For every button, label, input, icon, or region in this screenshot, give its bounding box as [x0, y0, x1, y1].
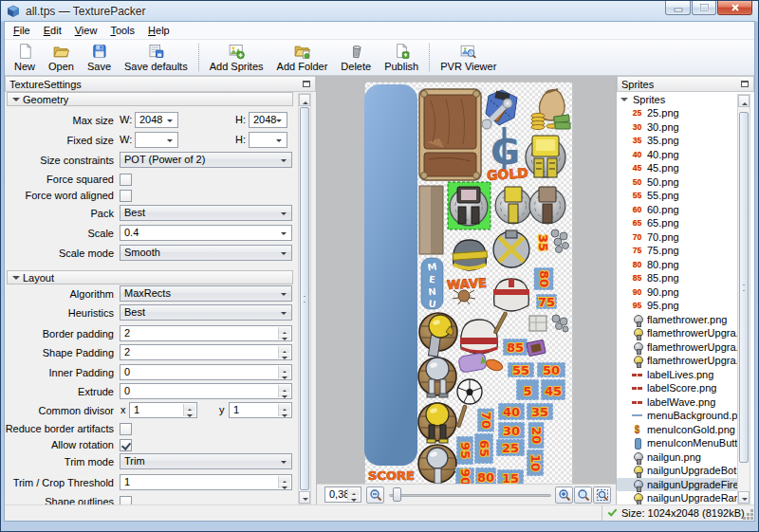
force-squared-checkbox[interactable] [120, 174, 132, 186]
common-divisor-x-spinner[interactable]: 1 [129, 402, 197, 418]
list-item[interactable]: 7070.png [617, 230, 737, 245]
list-item[interactable]: nailgunUpgradeRan... [617, 491, 737, 504]
trim-threshold-spinner[interactable]: 1 [120, 474, 292, 490]
sprite-turret[interactable] [529, 187, 565, 224]
sprite-number-tile[interactable]: 85 [503, 339, 528, 356]
new-button[interactable]: New [8, 41, 42, 74]
zoom-slider[interactable] [389, 494, 551, 497]
trim-mode-combo[interactable]: Trim [120, 453, 292, 469]
pack-combo[interactable]: Best [120, 205, 292, 221]
scroll-up-arrow[interactable] [738, 95, 750, 107]
list-item[interactable]: 2525.png [617, 106, 737, 120]
menu-tools[interactable]: Tools [103, 23, 141, 38]
settings-scrollbar[interactable] [298, 93, 311, 504]
sprite-number-tile[interactable]: 5 [516, 379, 539, 400]
sprites-tree-root[interactable]: Sprites [620, 94, 665, 105]
sprite-number-tile[interactable]: 70 [477, 409, 494, 432]
sprite-cannon[interactable] [418, 445, 456, 484]
heuristics-combo[interactable]: Best [120, 304, 292, 321]
algorithm-combo[interactable]: MaxRects [120, 285, 292, 302]
list-item[interactable]: flamethrowerUpgra... [617, 326, 737, 340]
sprite-number-tile[interactable]: 55 [508, 362, 534, 377]
scroll-down-arrow[interactable] [738, 491, 750, 504]
list-item[interactable]: 9090.png [617, 285, 737, 300]
geometry-section-header[interactable]: Geometry [7, 92, 293, 106]
menu-edit[interactable]: Edit [37, 23, 68, 38]
save-defaults-button[interactable]: Save defaults [118, 41, 194, 74]
shape-padding-spinner[interactable]: 2 [120, 344, 292, 360]
list-item[interactable]: 9595.png [617, 299, 737, 313]
zoom-in-button[interactable] [555, 486, 573, 504]
texture-preview-area[interactable]: G GOLD [317, 76, 616, 504]
allow-rotation-checkbox[interactable] [120, 439, 132, 451]
menu-file[interactable]: File [7, 23, 37, 38]
list-item[interactable]: labelScore.png [617, 381, 737, 395]
zoom-out-button[interactable] [366, 486, 384, 504]
sprite-number-tile[interactable]: 95 [456, 436, 473, 465]
zoom-slider-handle[interactable] [393, 487, 401, 502]
zoom-value-spinner[interactable]: 0,38 [324, 486, 361, 503]
open-button[interactable]: Open [42, 41, 81, 74]
list-item[interactable]: nailgun.png [617, 450, 737, 465]
scrollbar-thumb[interactable] [300, 107, 309, 490]
zoom-original-button[interactable] [574, 486, 592, 504]
scroll-up-arrow[interactable] [299, 94, 310, 106]
sprite-crate[interactable] [529, 316, 546, 331]
sprite-number-tile[interactable]: 25 [496, 439, 525, 456]
sprite-wave-label[interactable]: WAVE [447, 276, 488, 292]
sprite-gold-label[interactable]: GOLD [486, 165, 528, 183]
list-item[interactable]: $menuIconGold.png [617, 423, 737, 437]
float-panel-icon[interactable] [741, 81, 749, 87]
close-button[interactable] [717, 1, 752, 15]
sprite-turret[interactable] [495, 187, 531, 224]
sprite-menu-ribbon[interactable]: M E N U [421, 258, 443, 309]
extrude-spinner[interactable]: 0 [120, 383, 292, 399]
sprite-number-tile[interactable]: 10 [527, 449, 544, 476]
list-item[interactable]: 3030.png [617, 120, 737, 135]
list-item[interactable]: nailgunUpgradeFire.... [617, 478, 737, 492]
list-item[interactable]: 8585.png [617, 271, 737, 285]
max-size-w-combo[interactable]: 2048 [135, 112, 178, 128]
sprite-number-tile[interactable]: 20 [528, 422, 545, 449]
sprite-number-tile[interactable]: 75 [536, 294, 557, 309]
zoom-fit-button[interactable] [593, 486, 611, 504]
list-item[interactable]: 4545.png [617, 161, 737, 175]
maximize-button[interactable] [692, 1, 716, 15]
reduce-border-artifacts-checkbox[interactable] [120, 423, 132, 435]
sprite-number-tile[interactable]: 30 [498, 422, 525, 439]
scrollbar-thumb[interactable] [739, 112, 749, 463]
sprite-number-tile[interactable]: 50 [537, 362, 565, 377]
sprite-number-tile[interactable]: 35 [527, 403, 553, 420]
sprite-wooden-sign[interactable] [419, 89, 482, 181]
sprite-candy[interactable] [527, 339, 546, 356]
sprite-soccer-ball[interactable] [457, 379, 482, 404]
delete-button[interactable]: Delete [334, 41, 378, 74]
list-item[interactable]: menuIconMenuButt... [617, 436, 737, 450]
scroll-down-arrow[interactable] [299, 491, 310, 504]
publish-button[interactable]: Publish [378, 41, 425, 74]
sprite-post[interactable] [419, 186, 443, 254]
sprite-score-label[interactable]: SCORE [368, 468, 415, 483]
layout-section-header[interactable]: Layout [7, 270, 293, 284]
save-button[interactable]: Save [81, 41, 118, 74]
sprite-number-tile[interactable]: 45 [541, 379, 565, 400]
list-item[interactable]: labelWave.png [617, 395, 737, 410]
list-item[interactable]: flamethrowerUpgra... [617, 340, 737, 355]
menu-help[interactable]: Help [141, 23, 176, 38]
max-size-h-combo[interactable]: 2048 [249, 112, 287, 128]
list-item[interactable]: 3535.png [617, 134, 737, 148]
sprite-number[interactable]: 35 [536, 234, 550, 251]
minimize-button[interactable] [665, 1, 691, 15]
sprites-scrollbar[interactable] [737, 94, 750, 504]
list-item[interactable]: 8080.png [617, 258, 737, 272]
list-item[interactable]: labelLives.png [617, 368, 737, 382]
scale-combo[interactable]: 0.4 [120, 225, 292, 241]
inner-padding-spinner[interactable]: 0 [120, 364, 292, 380]
list-item[interactable]: 6060.png [617, 203, 737, 217]
sprite-number-tile[interactable]: 80 [534, 267, 554, 290]
list-item[interactable]: 5555.png [617, 189, 737, 203]
float-panel-icon[interactable] [303, 81, 310, 87]
list-item[interactable]: 6565.png [617, 216, 737, 230]
fixed-size-w-combo[interactable] [135, 132, 178, 148]
sprite-turret-selected[interactable] [448, 182, 491, 229]
